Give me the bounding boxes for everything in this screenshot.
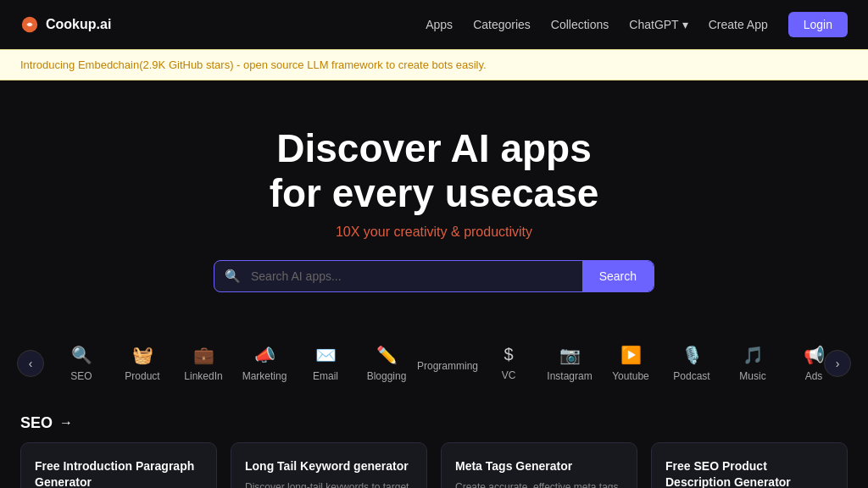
nav-create-app[interactable]: Create App	[709, 18, 768, 31]
category-label: SEO	[70, 370, 92, 382]
category-item-marketing[interactable]: 📣 Marketing	[234, 338, 295, 389]
category-item-product[interactable]: 🧺 Product	[112, 338, 173, 389]
category-item-vc[interactable]: $ VC	[478, 338, 539, 388]
login-button[interactable]: Login	[788, 12, 848, 37]
category-icon: 📣	[254, 345, 275, 365]
card-desc: Create accurate, effective meta tags.	[455, 480, 623, 488]
category-icon: 🔍	[71, 345, 92, 365]
category-icon: ▶️	[620, 345, 642, 365]
category-icon: ✏️	[376, 345, 398, 365]
nav-categories[interactable]: Categories	[473, 18, 531, 31]
hero-section: Discover AI apps for every usecase 10X y…	[0, 80, 868, 318]
category-label: Marketing	[242, 370, 287, 382]
logo-text: Cookup.ai	[46, 17, 111, 32]
scroll-right-arrow[interactable]: ›	[824, 350, 851, 377]
category-label: Programming	[417, 360, 478, 372]
search-input[interactable]	[251, 261, 582, 291]
nav-apps[interactable]: Apps	[426, 18, 453, 31]
seo-section-header: SEO →	[0, 397, 868, 442]
category-label: Podcast	[673, 370, 709, 382]
category-icon: 📢	[804, 345, 825, 365]
category-scroll: ‹ 🔍 SEO 🧺 Product 💼 LinkedIn 📣 Marketing…	[0, 318, 868, 397]
categories-row: 🔍 SEO 🧺 Product 💼 LinkedIn 📣 Marketing ✉…	[44, 338, 824, 389]
search-box: 🔍 Search	[214, 260, 654, 292]
category-item-seo[interactable]: 🔍 SEO	[51, 338, 112, 389]
category-icon: ✉️	[315, 345, 337, 365]
category-label: LinkedIn	[184, 370, 222, 382]
category-label: Youtube	[612, 370, 649, 382]
search-container: 🔍 Search	[214, 260, 654, 292]
category-item-linkedin[interactable]: 💼 LinkedIn	[173, 338, 234, 389]
category-item-programming[interactable]: Programming	[417, 348, 478, 379]
category-item-ads[interactable]: 📢 Ads	[783, 338, 824, 389]
card-2[interactable]: Meta Tags Generator Create accurate, eff…	[441, 442, 637, 488]
card-desc: Discover long-tail keywords to target fo…	[245, 480, 413, 488]
category-icon: 🎵	[743, 345, 764, 365]
search-button[interactable]: Search	[582, 261, 654, 291]
card-title: Free Introduction Paragraph Generator	[35, 458, 203, 488]
scroll-left-arrow[interactable]: ‹	[17, 350, 44, 377]
nav-links: Apps Categories Collections ChatGPT ▾ Cr…	[426, 12, 848, 37]
logo[interactable]: Cookup.ai	[20, 15, 111, 34]
category-label: Music	[739, 370, 765, 382]
category-label: Email	[313, 370, 338, 382]
card-3[interactable]: Free SEO Product Description Generator C…	[651, 442, 848, 488]
category-icon: $	[504, 345, 513, 364]
seo-heading: SEO	[20, 414, 53, 432]
card-title: Meta Tags Generator	[455, 458, 623, 475]
category-label: Instagram	[547, 370, 592, 382]
category-label: Ads	[805, 370, 823, 382]
hero-subtitle: 10X your creativity & productivity	[17, 225, 851, 240]
card-title: Long Tail Keyword generator	[245, 458, 413, 475]
category-label: Blogging	[367, 370, 407, 382]
search-icon: 🔍	[214, 269, 251, 284]
category-item-blogging[interactable]: ✏️ Blogging	[356, 338, 417, 389]
chevron-down-icon: ▾	[682, 18, 688, 31]
category-icon: 🎙️	[682, 345, 703, 365]
category-label: VC	[502, 369, 516, 381]
category-icon: 🧺	[132, 345, 153, 365]
hero-title: Discover AI apps for every usecase	[17, 126, 851, 216]
announcement-text: Introducing Embedchain(2.9K GitHub stars…	[20, 58, 487, 71]
announcement-banner: Introducing Embedchain(2.9K GitHub stars…	[0, 49, 868, 80]
nav-collections[interactable]: Collections	[551, 18, 609, 31]
category-item-youtube[interactable]: ▶️ Youtube	[600, 338, 661, 389]
card-0[interactable]: Free Introduction Paragraph Generator Ge…	[20, 442, 217, 488]
seo-arrow: →	[59, 415, 73, 430]
category-icon: 📷	[559, 345, 581, 365]
category-item-instagram[interactable]: 📷 Instagram	[539, 338, 600, 389]
nav-chatgpt-dropdown[interactable]: ChatGPT ▾	[629, 18, 687, 31]
category-item-email[interactable]: ✉️ Email	[295, 338, 356, 389]
cards-row: Free Introduction Paragraph Generator Ge…	[0, 442, 868, 488]
category-item-music[interactable]: 🎵 Music	[722, 338, 783, 389]
card-title: Free SEO Product Description Generator	[665, 458, 833, 488]
category-icon: 💼	[193, 345, 214, 365]
category-item-podcast[interactable]: 🎙️ Podcast	[661, 338, 722, 389]
category-label: Product	[125, 370, 159, 382]
card-1[interactable]: Long Tail Keyword generator Discover lon…	[231, 442, 427, 488]
navbar: Cookup.ai Apps Categories Collections Ch…	[0, 0, 868, 49]
